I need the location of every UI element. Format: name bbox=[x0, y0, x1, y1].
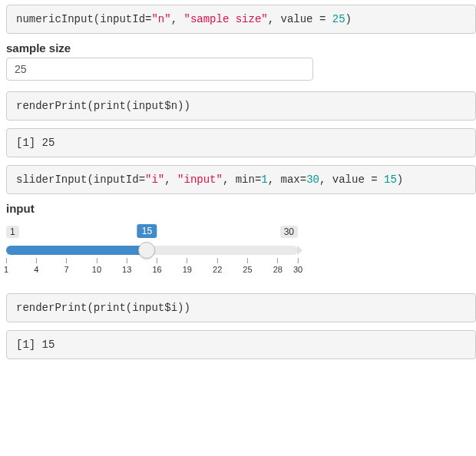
slider-tick: 10 bbox=[92, 258, 101, 274]
slider-arrow-icon bbox=[297, 246, 302, 255]
slider-input-i[interactable]: 1 15 30 1471013161922252830 bbox=[6, 226, 298, 279]
code-renderprint-n: renderPrint(print(input$n)) bbox=[6, 91, 476, 121]
slider-tick: 1 bbox=[4, 258, 8, 274]
slider-ticks: 1471013161922252830 bbox=[6, 258, 298, 279]
output-i: [1] 15 bbox=[6, 330, 476, 359]
code-fn: numericInput bbox=[16, 13, 94, 25]
numeric-input-n[interactable] bbox=[6, 58, 313, 81]
output-n: [1] 25 bbox=[6, 128, 476, 157]
slider-labels-row: 1 15 30 bbox=[6, 226, 298, 241]
slider-tick: 13 bbox=[122, 258, 131, 274]
slider-tick: 28 bbox=[273, 258, 283, 274]
slider-tick: 16 bbox=[152, 258, 161, 274]
code-numericinput: numericInput(inputId="n", "sample size",… bbox=[6, 5, 476, 34]
slider-fill bbox=[6, 246, 147, 255]
slider-tick: 30 bbox=[293, 258, 302, 274]
slider-label: input bbox=[6, 202, 476, 215]
code-sliderinput: sliderInput(inputId="i", "input", min=1,… bbox=[6, 165, 476, 194]
slider-tick: 19 bbox=[183, 258, 192, 274]
slider-tick: 4 bbox=[34, 258, 38, 274]
slider-track[interactable] bbox=[6, 246, 298, 255]
code-renderprint-i: renderPrint(print(input$i)) bbox=[6, 293, 476, 322]
slider-handle[interactable] bbox=[138, 242, 155, 259]
numeric-label: sample size bbox=[6, 41, 476, 55]
slider-max-label: 30 bbox=[280, 226, 298, 238]
slider-tick: 22 bbox=[213, 258, 222, 274]
slider-tick: 7 bbox=[64, 258, 69, 274]
slider-min-label: 1 bbox=[6, 226, 19, 238]
slider-value-bubble: 15 bbox=[137, 224, 157, 238]
slider-tick: 25 bbox=[243, 258, 252, 274]
